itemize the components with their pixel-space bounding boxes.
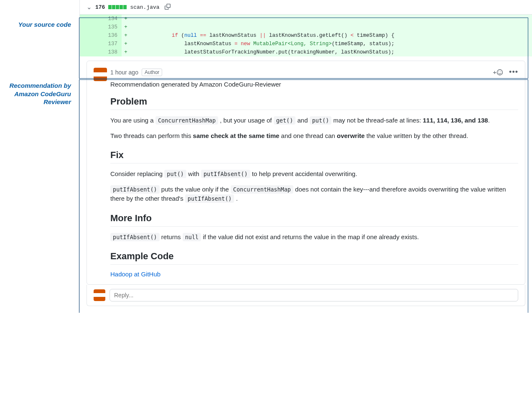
svg-point-0 xyxy=(497,69,503,75)
copy-path-icon[interactable] xyxy=(165,4,171,11)
diff-line: 136+ if (null == lastKnownStatus || last… xyxy=(80,31,532,40)
example-code-heading: Example Code xyxy=(110,251,518,265)
diff-table: 134+135+136+ if (null == lastKnownStatus… xyxy=(80,15,532,56)
more-info-paragraph: putIfAbsent() returns null if the value … xyxy=(110,232,518,242)
diff-marker: + xyxy=(122,48,130,56)
line-number: 138 xyxy=(101,48,122,56)
diff-marker: + xyxy=(122,40,130,48)
comment-subtitle: Recommendation generated by Amazon CodeG… xyxy=(110,81,518,88)
file-header: ⌄ 176 scan.java xyxy=(80,0,532,15)
problem-heading: Problem xyxy=(110,96,518,110)
diff-line: 138+ latestStatusForTrackingNumber.put(t… xyxy=(80,48,532,56)
diff-marker: + xyxy=(122,15,130,23)
code-content xyxy=(130,23,532,31)
line-number: 135 xyxy=(101,23,122,31)
code-content xyxy=(130,15,532,23)
line-number: 134 xyxy=(101,15,122,23)
filename-label: scan.java xyxy=(130,4,159,10)
collapse-chevron-icon[interactable]: ⌄ xyxy=(87,3,92,11)
fix-paragraph-2: putIfAbsent() puts the value only if the… xyxy=(110,185,518,204)
annotation-source-code: Your source code xyxy=(0,21,75,28)
more-info-heading: More Info xyxy=(110,213,518,227)
fix-paragraph-1: Consider replacing put() with putIfAbsen… xyxy=(110,169,518,179)
kebab-menu-icon[interactable]: ••• xyxy=(509,68,518,77)
line-number: 137 xyxy=(101,40,122,48)
diff-stat-bar xyxy=(108,5,127,9)
diff-line: 134+ xyxy=(80,15,532,23)
annotation-recommendation: Recommendation by Amazon CodeGuru Review… xyxy=(0,82,75,106)
svg-point-1 xyxy=(499,71,499,72)
code-content: if (null == lastKnownStatus || lastKnown… xyxy=(130,31,532,40)
problem-paragraph-1: You are using a ConcurrentHashMap , but … xyxy=(110,116,518,125)
current-user-avatar xyxy=(94,289,105,301)
example-code-link[interactable]: Hadoop at GitHub xyxy=(110,271,160,278)
author-badge: Author xyxy=(142,69,162,76)
comment-timestamp: 1 hour ago xyxy=(110,69,138,76)
reply-input[interactable] xyxy=(109,289,518,301)
code-content: lastKnownStatus = new MutablePair<Long, … xyxy=(130,40,532,48)
diff-marker: + xyxy=(122,23,130,31)
problem-paragraph-2: Two threads can perform this same check … xyxy=(110,131,518,141)
diff-line-count: 176 xyxy=(95,4,105,10)
svg-point-2 xyxy=(501,71,501,72)
reply-row xyxy=(87,285,525,306)
add-reaction-icon[interactable]: + xyxy=(493,69,503,76)
fix-heading: Fix xyxy=(110,150,518,163)
diff-line: 137+ lastKnownStatus = new MutablePair<L… xyxy=(80,40,532,48)
code-content: latestStatusForTrackingNumber.put(tracki… xyxy=(130,48,532,56)
reviewer-avatar xyxy=(94,68,107,81)
diff-marker: + xyxy=(122,31,130,40)
line-number: 136 xyxy=(101,31,122,40)
review-comment: 1 hour ago Author + ••• Recommendation g… xyxy=(87,61,525,285)
diff-line: 135+ xyxy=(80,23,532,31)
